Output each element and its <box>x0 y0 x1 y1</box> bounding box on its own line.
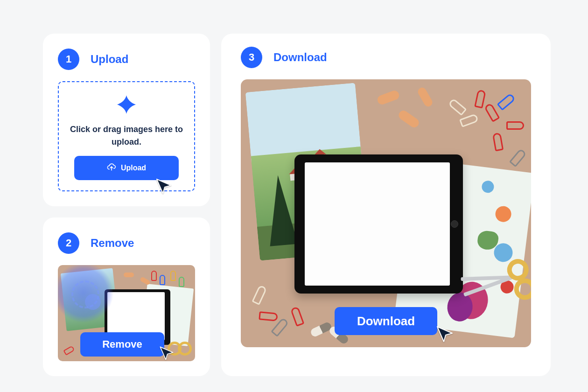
cloud-upload-icon <box>107 163 116 173</box>
card-remove: 2 Remove <box>43 217 210 376</box>
upload-button[interactable]: Upload <box>74 156 179 180</box>
step-badge-3: 3 <box>241 47 262 68</box>
step-badge-1: 1 <box>58 49 79 70</box>
step-header-remove: 2 Remove <box>58 232 195 254</box>
download-button[interactable]: Download <box>335 307 437 335</box>
step-title-upload: Upload <box>91 53 128 66</box>
step-title-download: Download <box>273 51 327 64</box>
step-header-download: 3 Download <box>241 47 531 68</box>
download-button-label: Download <box>357 314 415 329</box>
upload-dropzone[interactable]: Click or drag images here to upload. Upl… <box>58 81 195 191</box>
upload-button-label: Upload <box>121 164 146 172</box>
sparkle-plus-icon <box>116 94 137 117</box>
remove-button[interactable]: Remove <box>80 332 164 357</box>
remove-preview: Remove <box>58 265 195 361</box>
dropzone-text: Click or drag images here to upload. <box>68 123 185 148</box>
step-title-remove: Remove <box>91 237 134 250</box>
step-badge-2: 2 <box>58 232 79 254</box>
step-header-upload: 1 Upload <box>58 49 195 70</box>
remove-button-label: Remove <box>102 338 142 350</box>
card-upload: 1 Upload Click or drag images here to up… <box>43 34 210 206</box>
card-download: 3 Download <box>221 34 551 376</box>
